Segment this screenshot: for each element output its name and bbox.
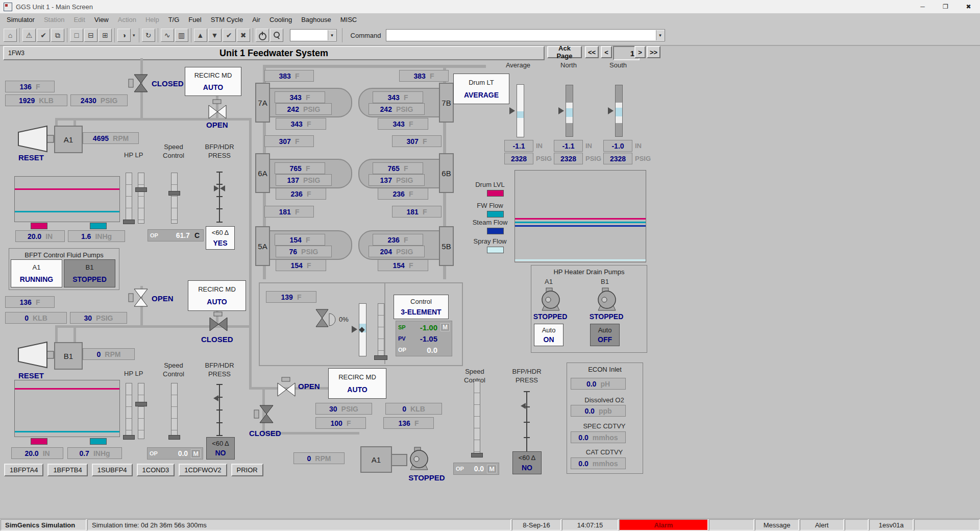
menu-simulator[interactable]: Simulator [2,14,39,25]
a1-lp-valve-slider[interactable] [138,173,144,224]
a1-inlet-valve[interactable] [128,74,149,95]
page-prev-button[interactable]: < [601,46,612,58]
a1-speed-mode-button[interactable]: C [193,231,201,239]
trend-curves-button[interactable]: ∿ [161,29,174,42]
menu-fuel[interactable]: Fuel [184,14,206,25]
b1-turbine-icon[interactable] [17,341,54,371]
fw-closed-valve[interactable] [254,404,274,426]
fw-pump-icon[interactable] [407,446,431,473]
toolbar-combo[interactable]: ▼ [290,29,337,41]
b1-recirc-valve-state: CLOSED [201,335,233,344]
menu-view[interactable]: View [90,14,113,25]
b1-hp-valve-slider[interactable] [126,383,132,439]
nav-prior-button[interactable]: PRIOR [231,464,263,476]
a1-speed-control-slider[interactable] [171,173,178,224]
a1-pump-label[interactable]: A1 [54,126,83,153]
heater-6a-out-temp: 181F [264,206,314,218]
alarm-button[interactable]: Alarm [619,519,708,530]
histogram-button[interactable]: ▥ [175,29,188,42]
raise-button[interactable]: ▲ [194,29,207,42]
fw-open-valve[interactable] [276,377,296,399]
fw-motor-label[interactable]: A1 [360,446,392,473]
nav-1cond3-button[interactable]: 1COND3 [137,464,175,476]
b1-reset-button[interactable]: RESET [18,371,44,380]
a1-turbine-icon[interactable] [17,125,54,155]
lower-button[interactable]: ▼ [208,29,222,42]
home-button[interactable]: ⌂ [4,29,17,42]
menu-air[interactable]: Air [248,14,265,25]
b1-vacuum-display: 0.7INHg [67,447,122,459]
menu-stm-cycle[interactable]: STM Cycle [206,14,248,25]
hp-drain-b1-auto-button[interactable]: AutoOFF [590,324,620,346]
power-button[interactable] [256,29,269,42]
message-button[interactable]: Message [755,519,799,530]
hp-drain-pump-b1-icon[interactable] [595,287,619,313]
window-button[interactable]: □ [70,29,83,42]
nav-1bfptb4-button[interactable]: 1BFPTB4 [47,464,87,476]
a1-reset-button[interactable]: RESET [18,153,44,162]
spray-slider[interactable] [378,303,384,356]
legend-swatch-vibration [31,223,47,229]
hp-drain-pump-a1-icon[interactable] [539,287,562,313]
spray-valve[interactable] [314,308,337,331]
heater-a-inlet-temp: 383F [264,70,314,82]
search-button[interactable] [270,29,283,42]
a1-recirc-valve[interactable] [207,99,227,122]
page-first-button[interactable]: << [585,46,599,58]
fw-bfp-label: PRESS [504,376,549,384]
bfpt-pump-b1-button[interactable]: B1STOPPED [64,259,115,287]
trend-history-icon: ◑ [122,31,126,39]
fw-bfp-valve-marker-icon [520,402,526,412]
b1-lp-valve-slider[interactable] [138,383,144,439]
fw-speed-mode-button[interactable]: M [487,465,497,473]
close-icon[interactable]: ✖ [957,0,980,13]
drum-press-south-display: 2328 [603,153,632,164]
b1-recirc-valve[interactable] [208,311,228,334]
confirm-button[interactable]: ✔ [223,29,236,42]
b1-recirc-mode-box[interactable]: RECIRC MDAUTO [188,280,246,311]
b1-feed-valve[interactable] [128,288,149,309]
drum-control-mode-box[interactable]: Control3-ELEMENT [394,295,449,319]
hp-drain-a1-auto-button[interactable]: AutoON [534,324,564,346]
alarm-button[interactable]: ⚠ [22,29,36,42]
nav-1subfp4-button[interactable]: 1SUBFP4 [92,464,133,476]
acknowledge-button[interactable]: ✔ [37,29,50,42]
b1-speed-mode-button[interactable]: M [191,449,201,458]
bfpt-pump-a1-button[interactable]: A1RUNNING [11,259,62,287]
fw-speed-control-slider[interactable] [474,381,480,457]
pipe [74,326,76,343]
window-restore-down-button[interactable]: ⊟ [84,29,97,42]
b1-pump-label[interactable]: B1 [54,342,83,370]
menu-misc[interactable]: MISC [336,14,362,25]
menu-tg[interactable]: T/G [164,14,184,25]
hp-drain-b1-status: STOPPED [587,312,626,321]
drum-lt-mode-box[interactable]: Drum LTAVERAGE [453,74,509,104]
minimize-icon[interactable]: ─ [911,0,934,13]
link-window-button[interactable]: ⧉ [51,29,64,42]
trend-line-fw-flow [515,222,646,223]
command-input[interactable]: ▼ [386,29,665,41]
sp-mode-button[interactable]: M [440,323,450,331]
page-next-button[interactable]: > [634,46,646,58]
window-restore-up-button[interactable]: ⊞ [99,29,112,42]
refresh-button[interactable]: ↻ [142,29,155,42]
alert-button[interactable]: Alert [800,519,844,530]
b1-speed-control-slider[interactable] [171,383,178,439]
restore-icon[interactable]: ❐ [934,0,957,13]
menu-baghouse[interactable]: Baghouse [297,14,336,25]
fw-recirc-mode-box[interactable]: RECIRC MDAUTO [328,368,386,399]
nav-1cdfwov2-button[interactable]: 1CDFWOV2 [179,464,227,476]
page-last-button[interactable]: >> [647,46,660,58]
nav-1bfpta4-button[interactable]: 1BFPTA4 [4,464,43,476]
toolbar-separator [191,28,191,42]
cancel-button[interactable]: ✖ [237,29,250,42]
a1-hp-valve-slider[interactable] [126,173,132,224]
ack-page-button[interactable]: Ack Page [547,46,582,58]
chevron-down-icon[interactable]: ▾ [133,33,135,38]
a1-recirc-mode-box[interactable]: RECIRC MDAUTO [185,67,241,96]
app-icon [4,3,12,11]
menu-cooling[interactable]: Cooling [265,14,297,25]
heater-6a-temp: 765F [275,162,325,174]
trend-history-button[interactable]: ◑ [117,29,131,42]
menu-action: Action [113,14,141,25]
